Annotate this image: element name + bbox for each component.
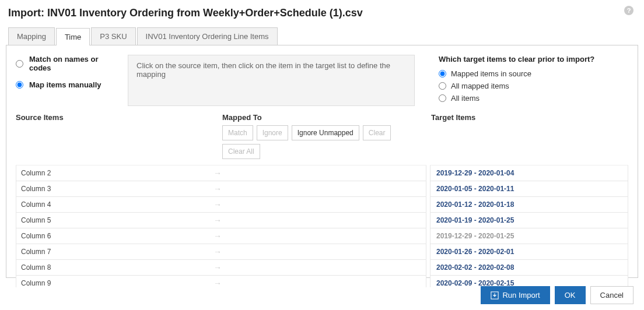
source-item[interactable]: Column 7 → [16, 244, 426, 260]
help-icon[interactable]: ? [624, 6, 634, 15]
arrow-right-icon: → [214, 184, 222, 193]
tab-time[interactable]: Time [56, 28, 90, 45]
arrow-right-icon: → [214, 279, 222, 287]
ignore-button[interactable]: Ignore [257, 125, 288, 140]
clear-opt-all-mapped[interactable]: All mapped items [439, 82, 628, 90]
source-header: Source Items [16, 113, 222, 163]
source-item[interactable]: Column 9 → [16, 276, 426, 287]
tab-line-items[interactable]: INV01 Inventory Ordering Line Items [137, 27, 278, 45]
mapped-button-row-2: Clear All [222, 144, 428, 159]
clear-opt-all-items-label: All items [451, 94, 480, 103]
source-item[interactable]: Column 4 → [16, 197, 426, 213]
source-item-label: Column 4 [21, 200, 214, 209]
target-item[interactable]: 2020-01-26 - 2020-02-01 [430, 244, 628, 260]
clear-opt-all-mapped-radio[interactable] [439, 82, 446, 90]
clear-opt-mapped-source-label: Mapped items in source [451, 69, 531, 78]
source-item[interactable]: Column 6 → [16, 228, 426, 244]
top-row: Match on names or codes Map items manual… [16, 55, 628, 106]
clear-opt-all-mapped-label: All mapped items [451, 82, 509, 90]
mode-manual-radio[interactable] [16, 81, 23, 89]
source-scroll[interactable]: Column 2 → Column 3 → Column 4 → Column … [16, 165, 426, 287]
target-item[interactable]: 2019-12-29 - 2020-01-04 [430, 165, 628, 181]
mapped-header: Mapped To [222, 113, 428, 122]
clear-opt-mapped-source-radio[interactable] [439, 70, 446, 78]
mode-manual-label: Map items manually [29, 80, 102, 89]
target-item[interactable]: 2020-02-02 - 2020-02-08 [430, 260, 628, 276]
mapped-button-row-1: Match Ignore Ignore Unmapped Clear [222, 125, 428, 140]
ok-button[interactable]: OK [555, 286, 586, 304]
hint-box: Click on the source item, then click on … [128, 55, 415, 106]
arrow-right-icon: → [214, 200, 222, 209]
source-item[interactable]: Column 5 → [16, 213, 426, 228]
tab-panel: Match on names or codes Map items manual… [6, 45, 638, 278]
source-item[interactable]: Column 8 → [16, 260, 426, 276]
clear-question: Which target items to clear prior to imp… [439, 55, 628, 64]
source-item-label: Column 2 [21, 169, 214, 177]
arrow-right-icon: → [214, 216, 222, 225]
source-item-label: Column 3 [21, 185, 214, 193]
mode-manual-option[interactable]: Map items manually [16, 80, 118, 89]
source-item-label: Column 6 [21, 232, 214, 240]
target-item[interactable]: 2020-02-09 - 2020-02-15 [430, 276, 628, 287]
clear-opt-all-items[interactable]: All items [439, 94, 628, 103]
lists-row: Column 2 → Column 3 → Column 4 → Column … [16, 165, 628, 287]
clear-options-group: Which target items to clear prior to imp… [424, 55, 628, 106]
mode-match-radio[interactable] [16, 60, 23, 68]
clear-all-button[interactable]: Clear All [222, 144, 260, 159]
source-item[interactable]: Column 2 → [16, 165, 426, 181]
target-item[interactable]: 2020-01-19 - 2020-01-25 [430, 213, 628, 228]
target-item[interactable]: 2020-01-12 - 2020-01-18 [430, 197, 628, 213]
arrow-right-icon: → [214, 168, 222, 178]
mode-match-label: Match on names or codes [29, 55, 118, 72]
source-item-label: Column 5 [21, 216, 214, 224]
target-scroll[interactable]: 2019-12-29 - 2020-01-04 2020-01-05 - 202… [430, 165, 628, 287]
target-item[interactable]: 2019-12-29 - 2020-01-25 [430, 228, 628, 244]
tab-mapping[interactable]: Mapping [8, 27, 55, 45]
clear-opt-mapped-source[interactable]: Mapped items in source [439, 69, 628, 78]
mapped-block: Mapped To Match Ignore Ignore Unmapped C… [222, 113, 428, 163]
tab-p3-sku[interactable]: P3 SKU [91, 27, 135, 45]
mapping-mode-group: Match on names or codes Map items manual… [16, 55, 118, 106]
source-item-label: Column 7 [21, 248, 214, 256]
clear-button[interactable]: Clear [363, 125, 391, 140]
ignore-unmapped-button[interactable]: Ignore Unmapped [292, 125, 359, 140]
source-item[interactable]: Column 3 → [16, 181, 426, 197]
target-header: Target Items [428, 113, 628, 163]
source-item-label: Column 9 [21, 279, 214, 287]
import-icon [491, 291, 499, 300]
source-item-label: Column 8 [21, 263, 214, 272]
target-box: 2019-12-29 - 2020-01-04 2020-01-05 - 202… [430, 165, 628, 287]
footer: Run Import OK Cancel [481, 286, 634, 304]
tabs: Mapping Time P3 SKU INV01 Inventory Orde… [0, 27, 644, 45]
arrow-right-icon: → [214, 231, 222, 241]
source-box: Column 2 → Column 3 → Column 4 → Column … [16, 165, 426, 287]
mode-match-option[interactable]: Match on names or codes [16, 55, 118, 72]
page-title: Import: INV01 Inventory Ordering from We… [0, 0, 644, 27]
match-button[interactable]: Match [222, 125, 253, 140]
headers-row: Source Items Mapped To Match Ignore Igno… [16, 113, 628, 163]
clear-opt-all-items-radio[interactable] [439, 94, 446, 102]
cancel-button[interactable]: Cancel [590, 286, 634, 304]
run-import-button[interactable]: Run Import [481, 286, 550, 304]
run-import-label: Run Import [502, 291, 540, 300]
target-item[interactable]: 2020-01-05 - 2020-01-11 [430, 181, 628, 197]
arrow-right-icon: → [214, 247, 222, 256]
arrow-right-icon: → [214, 263, 222, 272]
